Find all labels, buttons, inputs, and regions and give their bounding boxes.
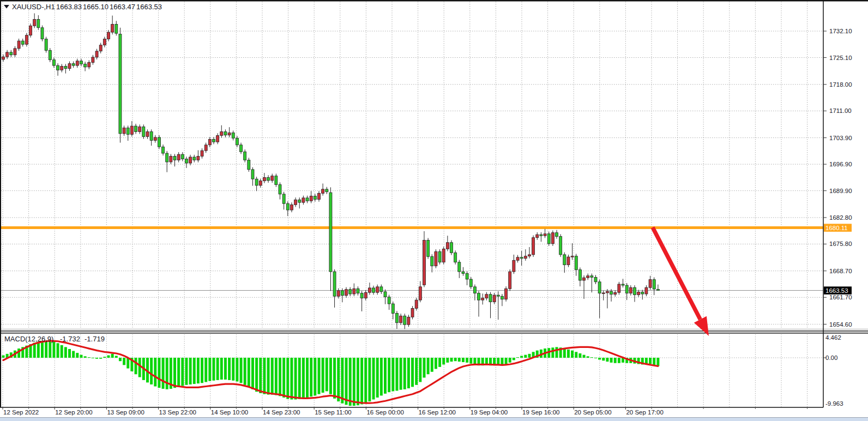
candle-bullish xyxy=(95,51,98,57)
macd-histogram-bar xyxy=(571,351,574,358)
time-axis-label: 20 Sep 05:00 xyxy=(574,409,611,416)
candle-bullish xyxy=(197,157,200,160)
macd-histogram-bar xyxy=(446,358,449,363)
candle-bearish xyxy=(236,138,238,145)
macd-histogram-bar xyxy=(95,358,98,359)
candle-bearish xyxy=(478,293,480,300)
macd-histogram-bar xyxy=(189,358,192,384)
candle-bearish xyxy=(240,145,243,152)
macd-histogram-bar xyxy=(423,358,425,377)
candle-bearish xyxy=(403,316,406,324)
candle-bearish xyxy=(594,278,597,282)
time-axis-label: 15 Sep 11:00 xyxy=(315,409,352,416)
macd-histogram-bar xyxy=(528,354,531,358)
macd-histogram-bar xyxy=(513,358,515,360)
candle-bullish xyxy=(130,126,133,134)
candle-bearish xyxy=(193,157,196,160)
candle-bearish xyxy=(232,133,234,139)
candle-bearish xyxy=(388,297,390,304)
candle-bearish xyxy=(329,193,332,272)
macd-histogram-bar xyxy=(240,358,243,383)
candle-bullish xyxy=(353,288,355,294)
macd-histogram-bar xyxy=(212,358,215,381)
candle-bearish xyxy=(454,252,457,262)
candle-bullish xyxy=(442,249,445,262)
macd-histogram-bar xyxy=(158,358,160,388)
time-axis-label: 16 Sep 00:00 xyxy=(366,409,403,416)
candle-bullish xyxy=(411,308,414,317)
macd-histogram-bar xyxy=(251,358,254,389)
candle-bullish xyxy=(618,284,620,292)
candle-bearish xyxy=(306,198,309,201)
time-axis-label: 14 Sep 23:00 xyxy=(263,409,300,416)
time-axis-label: 13 Sep 22:00 xyxy=(159,409,196,416)
candle-bullish xyxy=(516,257,519,261)
macd-signal-value: -1.719 xyxy=(85,335,105,343)
candle-bullish xyxy=(606,291,608,293)
macd-histogram-bar xyxy=(326,358,328,391)
time-axis-label: 19 Sep 16:00 xyxy=(522,409,559,416)
candle-bullish xyxy=(201,151,203,156)
macd-histogram-bar xyxy=(138,358,141,377)
macd-histogram-bar xyxy=(435,358,437,369)
macd-histogram-bar xyxy=(380,358,383,395)
macd-histogram-bar xyxy=(322,358,324,393)
macd-histogram-bar xyxy=(372,358,375,400)
candle-bullish xyxy=(524,256,527,258)
window-top-border xyxy=(0,0,868,2)
candle-bullish xyxy=(485,294,488,298)
candle-bearish xyxy=(80,61,82,64)
candle-bullish xyxy=(536,234,539,238)
candle-bearish xyxy=(450,243,453,253)
candle-bearish xyxy=(158,137,160,147)
candle-bullish xyxy=(103,39,106,45)
header-open-value: 1663.83 xyxy=(56,3,82,11)
candle-bearish xyxy=(380,287,383,292)
price-axis-label: 1718.00 xyxy=(829,81,852,88)
macd-histogram-bar xyxy=(563,348,566,358)
macd-histogram-bar xyxy=(259,358,262,393)
macd-histogram-bar xyxy=(45,341,47,358)
macd-histogram-bar xyxy=(64,347,67,358)
candle-bullish xyxy=(208,139,211,145)
macd-histogram-bar xyxy=(337,358,340,401)
macd-histogram-bar xyxy=(294,358,297,400)
candle-bearish xyxy=(473,287,476,293)
macd-histogram-bar xyxy=(88,357,91,358)
symbol-timeframe-label: XAUUSD-,H1 xyxy=(12,3,55,11)
time-axis-label: 12 Sep 2022 xyxy=(3,409,39,416)
macd-histogram-bar xyxy=(329,358,332,394)
candle-bearish xyxy=(298,200,301,202)
macd-histogram-bar xyxy=(204,358,207,382)
macd-histogram-bar xyxy=(403,358,406,389)
candle-bullish xyxy=(368,288,371,292)
candle-bullish xyxy=(271,176,274,181)
price-axis-label: 1696.90 xyxy=(829,161,852,167)
candle-bullish xyxy=(294,200,297,205)
chart-surface[interactable]: 1732.101725.101718.001711.001703.901696.… xyxy=(0,0,868,421)
candle-bearish xyxy=(431,256,433,266)
macd-histogram-bar xyxy=(594,358,597,358)
candle-bullish xyxy=(6,52,9,57)
candle-bullish xyxy=(415,300,418,308)
macd-histogram-bar xyxy=(400,358,402,390)
candle-bearish xyxy=(462,272,465,273)
candle-bearish xyxy=(372,288,375,292)
candle-bearish xyxy=(248,160,250,170)
candle-bearish xyxy=(575,256,577,270)
candle-bearish xyxy=(656,290,659,291)
candle-bullish xyxy=(61,67,63,70)
macd-histogram-bar xyxy=(267,358,270,395)
candle-bearish xyxy=(563,255,566,265)
candle-bearish xyxy=(489,294,492,302)
macd-histogram-bar xyxy=(236,358,238,382)
candle-bearish xyxy=(547,234,550,244)
candle-bearish xyxy=(559,237,562,255)
macd-histogram-bar xyxy=(302,358,305,399)
candle-bullish xyxy=(68,64,71,69)
macd-histogram-bar xyxy=(462,358,465,362)
macd-histogram-bar xyxy=(505,358,508,364)
candle-bearish xyxy=(166,153,168,162)
macd-histogram-bar xyxy=(279,358,281,396)
macd-histogram-bar xyxy=(653,358,655,365)
